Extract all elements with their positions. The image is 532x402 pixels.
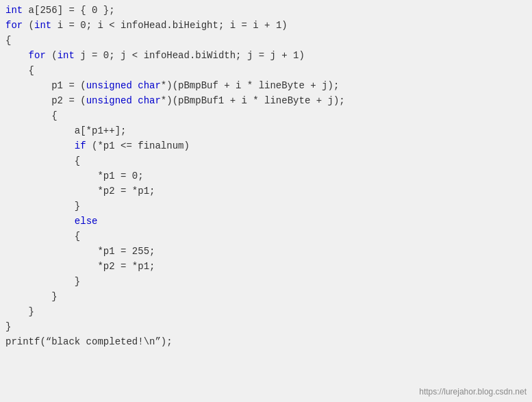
code-line: } xyxy=(5,289,527,304)
code-line: *p2 = *p1; xyxy=(5,259,527,274)
code-line: int a[256] = { 0 }; xyxy=(5,3,527,18)
code-line: *p2 = *p1; xyxy=(5,184,527,199)
code-line: } xyxy=(5,304,527,319)
code-block: int a[256] = { 0 };for (int i = 0; i < i… xyxy=(5,3,527,349)
code-line: { xyxy=(5,33,527,48)
code-line: { xyxy=(5,63,527,78)
code-line: for (int j = 0; j < infoHead.biWidth; j … xyxy=(5,48,527,63)
code-line: } xyxy=(5,274,527,289)
code-line: *p1 = 0; xyxy=(5,168,527,184)
code-line: } xyxy=(5,199,527,214)
code-line: a[*p1++]; xyxy=(5,123,527,138)
code-line: p2 = (unsigned char*)(pBmpBuf1 + i * lin… xyxy=(5,93,527,108)
code-line: else xyxy=(5,214,527,229)
watermark: https://lurejahor.blog.csdn.net xyxy=(419,387,527,397)
code-line: { xyxy=(5,108,527,123)
code-line: { xyxy=(5,153,527,168)
code-container: int a[256] = { 0 };for (int i = 0; i < i… xyxy=(0,0,532,402)
code-line: *p1 = 255; xyxy=(5,244,527,259)
code-line: printf(“black completed!\n”); xyxy=(5,334,527,349)
code-line: p1 = (unsigned char*)(pBmpBuf + i * line… xyxy=(5,78,527,93)
code-line: { xyxy=(5,229,527,244)
code-line: for (int i = 0; i < infoHead.biHeight; i… xyxy=(5,18,527,33)
code-line: if (*p1 <= finalnum) xyxy=(5,138,527,153)
code-line: } xyxy=(5,319,527,334)
